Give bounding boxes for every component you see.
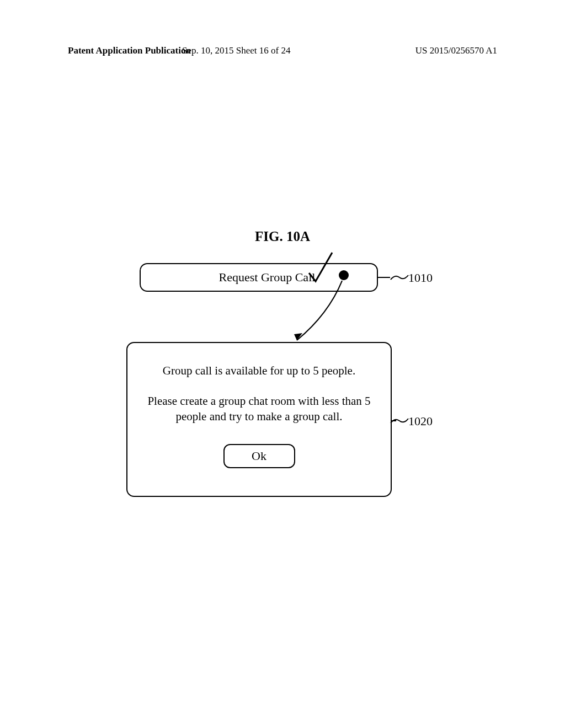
dialog-message-line1: Group call is available for up to 5 peop… xyxy=(138,364,380,378)
ok-button-label: Ok xyxy=(252,449,266,463)
reference-numeral-1010: 1010 xyxy=(408,271,433,285)
ok-button[interactable]: Ok xyxy=(223,444,295,468)
reference-numeral-1020: 1020 xyxy=(408,414,433,429)
dialog-message-line2: Please create a group chat room with les… xyxy=(138,393,380,425)
header-publication-type: Patent Application Publication xyxy=(68,45,191,56)
request-label: Request Group Call xyxy=(219,270,316,285)
svg-marker-0 xyxy=(294,333,302,340)
leader-1020 xyxy=(391,419,408,423)
request-group-call-button[interactable]: Request Group Call xyxy=(140,263,378,292)
header-patent-number: US 2015/0256570 A1 xyxy=(415,45,497,56)
header-date-sheet: Sep. 10, 2015 Sheet 16 of 24 xyxy=(182,45,290,56)
page-header: Patent Application Publication Sep. 10, … xyxy=(0,45,565,56)
leader-1010 xyxy=(378,275,408,280)
figure-title: FIG. 10A xyxy=(0,229,565,244)
group-call-limit-dialog: Group call is available for up to 5 peop… xyxy=(126,342,392,497)
